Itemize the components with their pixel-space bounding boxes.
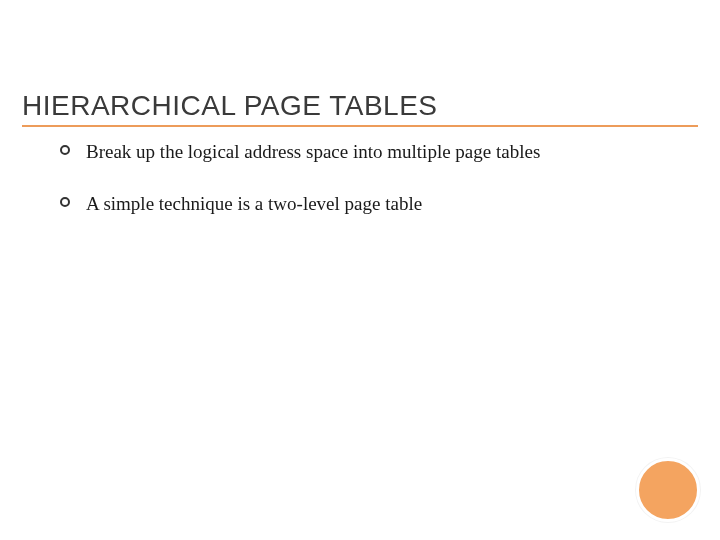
bullet-icon: [60, 145, 70, 155]
decorative-circle-icon: [636, 458, 700, 522]
bullet-text: Break up the logical address space into …: [86, 140, 660, 164]
slide: HIERARCHICAL PAGE TABLES Break up the lo…: [0, 0, 720, 540]
bullet-icon: [60, 197, 70, 207]
title-underline: [22, 125, 698, 127]
bullet-text: A simple technique is a two-level page t…: [86, 192, 660, 216]
list-item: Break up the logical address space into …: [60, 140, 660, 164]
list-item: A simple technique is a two-level page t…: [60, 192, 660, 216]
slide-title: HIERARCHICAL PAGE TABLES: [22, 90, 438, 122]
slide-body: Break up the logical address space into …: [60, 140, 660, 244]
